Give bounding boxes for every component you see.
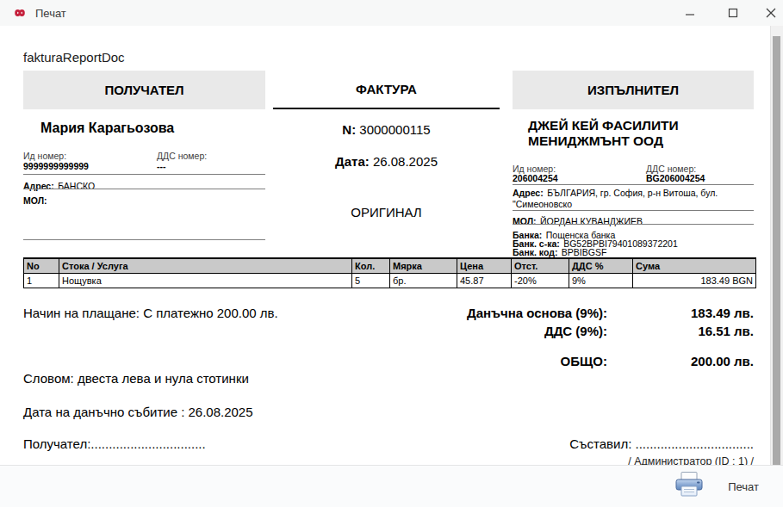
issuer-section-header: ИЗПЪЛНИТЕЛ	[513, 71, 754, 109]
issuer-mol-value: ЙОРДАН КУВАНДЖИЕВ	[540, 216, 643, 226]
col-header-vat: ДДС %	[569, 258, 633, 274]
col-header-price: Цена	[457, 258, 512, 274]
divider	[23, 189, 265, 189]
issuer-bic-label: Банк. код:	[513, 247, 557, 257]
col-header-item: Стока / Услуга	[59, 258, 352, 274]
issuer-block: ДЖЕЙ КЕЙ ФАСИЛИТИ МЕНИДЖМЪНТ ООД Ид номе…	[513, 116, 754, 280]
divider	[513, 184, 754, 185]
col-header-no: No	[24, 258, 59, 274]
divider	[23, 239, 265, 240]
payment-method-line: Начин на плащане: С платежно 200.00 лв.	[23, 306, 278, 320]
report-name: fakturaReportDoc	[23, 50, 125, 65]
issuer-name: ДЖЕЙ КЕЙ ФАСИЛИТИ МЕНИДЖМЪНТ ООД	[528, 118, 730, 149]
invoice-number-line: N: 3000000115	[273, 122, 500, 137]
invoice-number-value: 3000000115	[359, 122, 430, 137]
recipient-address-value: БАНСКО	[58, 181, 95, 191]
issuer-id-value: 206004254	[513, 173, 558, 183]
recipient-address-label: Адрес:	[23, 181, 54, 191]
invoice-section-header: ФАКТУРА	[273, 71, 500, 109]
issuer-address-label: Адрес:	[513, 188, 544, 198]
cell-item: Нощувка	[59, 274, 352, 288]
recipient-name: Мария Карагьозова	[40, 121, 174, 136]
invoice-original-label: ОРИГИНАЛ	[273, 205, 500, 220]
close-button[interactable]	[758, 0, 783, 26]
footer-bar: Печат	[0, 465, 783, 507]
col-header-discount: Отст.	[512, 258, 569, 274]
recipient-block: Мария Карагьозова Ид номер: ДДС номер: 9…	[23, 116, 265, 245]
tax-base-value: 183.49 лв.	[691, 306, 754, 320]
recipient-mol-label: МОЛ:	[23, 195, 47, 206]
window-title: Печат	[35, 7, 66, 20]
total-value: 200.00 лв.	[691, 354, 754, 368]
cell-price: 45.87	[457, 274, 512, 288]
issuer-mol-label: МОЛ:	[513, 216, 537, 226]
print-preview-area: fakturaReportDoc ПОЛУЧАТЕЛ ФАКТУРА ИЗПЪЛ…	[0, 26, 783, 532]
divider	[23, 174, 265, 175]
issuer-address-value: БЪЛГАРИЯ, гр. София, р-н Витоша, бул. "С…	[513, 188, 718, 209]
recipient-section-header: ПОЛУЧАТЕЛ	[23, 71, 265, 109]
items-table: No Стока / Услуга Кол. Мярка Цена Отст. …	[23, 257, 756, 288]
invoice-date-line: Дата: 26.08.2025	[273, 154, 500, 169]
invoice-date-value: 26.08.2025	[373, 154, 438, 169]
recipient-vat-label: ДДС номер:	[157, 151, 207, 161]
invoice-block: N: 3000000115 Дата: 26.08.2025 ОРИГИНАЛ	[273, 116, 500, 228]
recipient-mol-line: МОЛ:	[23, 192, 47, 207]
titlebar: Печат	[0, 0, 783, 27]
vat-amount-value: 16.51 лв.	[698, 324, 754, 338]
table-row: 1 Нощувка 5 бр. 45.87 -20% 9% 183.49 BGN	[24, 274, 756, 288]
scrollbar-thumb[interactable]	[773, 36, 780, 471]
issuer-signature-line: Съставил: ..............................…	[569, 436, 754, 451]
total-label: ОБЩО:	[561, 354, 607, 368]
minimize-button[interactable]	[677, 0, 703, 26]
col-header-sum: Сума	[633, 258, 756, 274]
recipient-signature-line: Получател:..............................…	[23, 436, 206, 451]
col-header-unit: Мярка	[390, 258, 457, 274]
issuer-address-line: Адрес: БЪЛГАРИЯ, гр. София, р-н Витоша, …	[513, 187, 754, 209]
cell-qty: 5	[352, 274, 390, 288]
divider	[513, 210, 754, 211]
cell-no: 1	[24, 274, 59, 288]
printer-icon	[674, 471, 705, 502]
app-logo-icon	[11, 7, 28, 19]
recipient-id-value: 9999999999999	[23, 161, 89, 171]
print-button-label: Печат	[728, 480, 759, 493]
tax-event-date-line: Дата на данъчно събитие : 26.08.2025	[23, 405, 253, 419]
cell-discount: -20%	[512, 274, 569, 288]
cell-unit: бр.	[390, 274, 457, 288]
issuer-bic-value: BPBIBGSF	[562, 247, 607, 257]
vat-amount-label: ДДС (9%):	[544, 324, 607, 338]
tax-base-label: Данъчна основа (9%):	[467, 306, 607, 320]
col-header-qty: Кол.	[352, 258, 390, 274]
recipient-id-label: Ид номер:	[23, 151, 66, 161]
print-button[interactable]: Печат	[668, 471, 764, 502]
recipient-address-line: Адрес: БАНСКО	[23, 177, 95, 193]
recipient-vat-value: ---	[157, 161, 166, 171]
divider	[513, 224, 754, 225]
issuer-vat-value: BG206004254	[646, 173, 705, 183]
amount-in-words-line: Словом: двеста лева и нула стотинки	[23, 371, 249, 386]
cell-vat: 9%	[569, 274, 633, 288]
vertical-scrollbar[interactable]	[770, 26, 783, 491]
items-table-header-row: No Стока / Услуга Кол. Мярка Цена Отст. …	[24, 258, 756, 274]
invoice-number-label: N:	[342, 122, 356, 137]
maximize-button[interactable]	[720, 0, 746, 26]
cell-sum: 183.49 BGN	[633, 274, 756, 288]
invoice-date-label: Дата:	[335, 154, 370, 169]
